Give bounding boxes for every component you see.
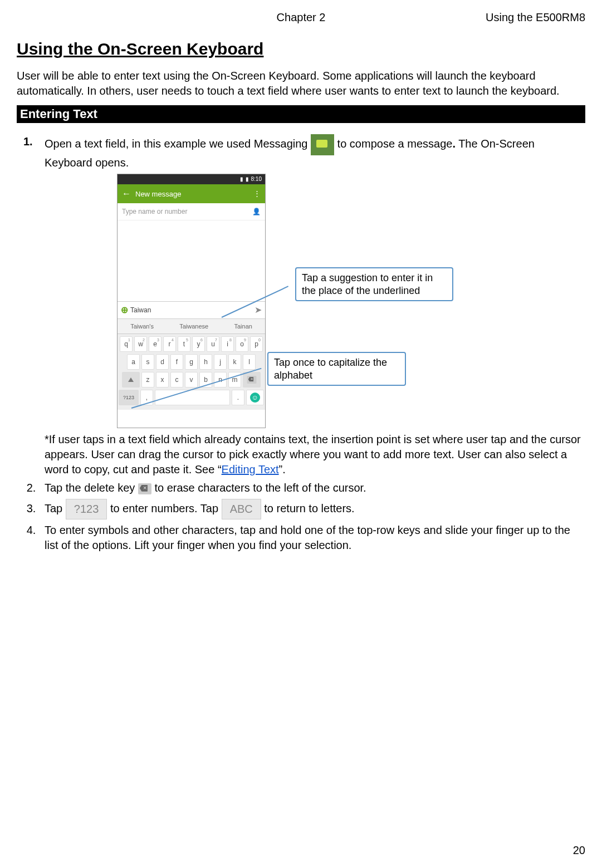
overflow-icon[interactable]: ⋮ [253,189,261,199]
callout-suggestion: Tap a suggestion to enter it in the plac… [295,267,453,301]
key-f[interactable]: f [170,354,183,370]
key-c[interactable]: c [170,372,183,388]
editing-text-link[interactable]: Editing Text [222,463,279,475]
step-3: Tap ?123 to enter numbers. Tap ABC to re… [39,499,585,519]
key-p[interactable]: p0 [250,336,263,352]
key-y[interactable]: y6 [192,336,205,352]
key-v[interactable]: v [185,372,198,388]
keyboard: q1w2e3r4t5y6u7i8o9p0 asdfghjkl zxcvbnm ?… [118,334,265,410]
attach-icon[interactable]: ⊕ [121,304,128,316]
letters-key-icon: ABC [222,499,261,519]
period-key[interactable]: . [232,390,244,405]
key-o[interactable]: o9 [236,336,248,352]
page-header: Chapter 2 Using the E500RM8 [17,11,585,24]
to-field[interactable]: Type name or number 👤 [118,203,265,220]
key-d[interactable]: d [156,354,169,370]
step-4: To enter symbols and other characters, t… [39,523,585,553]
key-k[interactable]: k [228,354,241,370]
numbers-key-icon: ?123 [66,499,107,519]
key-l[interactable]: l [243,354,256,370]
page-number: 20 [573,844,585,857]
battery-icon: ▮ [246,175,249,183]
key-q[interactable]: q1 [120,336,133,352]
app-bar: ←New message ⋮ [118,184,265,203]
key-j[interactable]: j [214,354,227,370]
note-b: ”. [279,463,286,475]
intro-paragraph: User will be able to enter text using th… [17,68,585,99]
section-bar: Entering Text [17,105,585,123]
contact-icon[interactable]: 👤 [252,207,261,216]
suggestion[interactable]: Taiwanese [179,322,208,331]
header-right: Using the E500RM8 [398,11,585,24]
step3-b: to enter numbers. Tap [110,502,222,514]
step3-a: Tap [45,502,66,514]
step3-c: to return to letters. [264,502,354,514]
key-h[interactable]: h [199,354,212,370]
callout-shift: Tap once to capitalize the alphabet [267,352,406,386]
signal-icon: ▮ [240,175,243,183]
step2-a: Tap the delete key [45,482,138,494]
appbar-title: New message [135,190,181,198]
message-body[interactable] [118,220,265,301]
key-z[interactable]: z [141,372,154,388]
symbols-key[interactable]: ?123 [119,390,139,405]
delete-key-icon [138,483,151,494]
key-i[interactable]: i8 [221,336,234,352]
suggestion[interactable]: Taiwan's [130,322,154,331]
delete-key[interactable] [243,372,261,388]
header-center: Chapter 2 [204,11,398,24]
step1-text-a: Open a text field, in this example we us… [45,138,311,150]
shift-key[interactable] [122,372,140,388]
step1-text-b: to compose a message [337,138,453,150]
key-a[interactable]: a [127,354,140,370]
compose-row: ⊕ Taiwan ➤ [118,301,265,318]
key-g[interactable]: g [185,354,198,370]
send-icon[interactable]: ➤ [254,304,262,316]
key-r[interactable]: r4 [163,336,176,352]
suggestion-bar: Taiwan's Taiwanese Tainan [118,318,265,334]
key-w[interactable]: w2 [134,336,147,352]
note-a: *If user taps in a text field which alre… [45,433,581,475]
note-paragraph: *If user taps in a text field which alre… [45,432,585,477]
page-title: Using the On-Screen Keyboard [17,40,585,58]
back-icon[interactable]: ← [122,189,131,198]
step-1: Open a text field, in this example we us… [39,134,585,429]
key-s[interactable]: s [141,354,154,370]
messaging-icon: ⌣ [311,134,334,155]
clock: 8:10 [251,175,262,183]
key-x[interactable]: x [156,372,169,388]
key-t[interactable]: t5 [178,336,190,352]
suggestion[interactable]: Tainan [234,322,252,331]
key-e[interactable]: e3 [149,336,161,352]
to-placeholder: Type name or number [122,207,187,216]
step-2: Tap the delete key to erase characters t… [39,480,585,496]
emoji-key[interactable]: ☺ [246,390,264,405]
status-bar: ▮ ▮ 8:10 [118,174,265,184]
key-u[interactable]: u7 [207,336,219,352]
step2-b: to erase characters to the left of the c… [154,482,366,494]
figure-keyboard: ▮ ▮ 8:10 ←New message ⋮ Type name or num… [117,174,585,429]
